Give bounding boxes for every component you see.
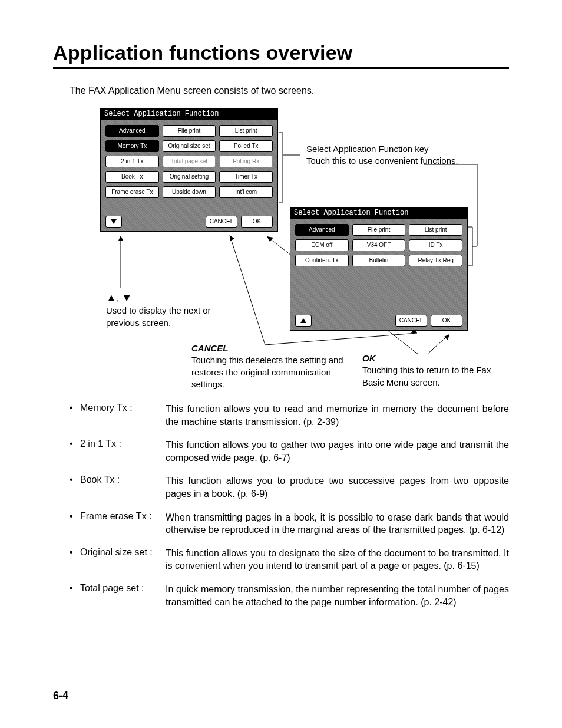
button-row: Confiden. TxBulletinRelay Tx Req [295, 255, 462, 266]
intro-text: The FAX Application Menu screen consists… [70, 85, 509, 96]
bullet-dot: • [70, 439, 80, 464]
bullet-dot: • [70, 403, 80, 428]
function-button[interactable]: Timer Tx [219, 171, 273, 183]
down-arrow-icon: ▼ [121, 292, 132, 304]
callout-ok-text: Touching this to return to the Fax Basic… [362, 365, 491, 387]
panel-1-grid: AdvancedFile printList printMemory TxOri… [105, 125, 273, 198]
function-button[interactable]: Polling Rx [219, 156, 273, 167]
callout-cancel-label: CANCEL [191, 343, 229, 353]
bullet-item: •Original size set :This function allows… [70, 547, 509, 572]
ok-button[interactable]: OK [241, 216, 273, 228]
callout-prev-next-text: Used to display the next or previous scr… [106, 305, 211, 327]
callout-comma: , [117, 293, 119, 303]
function-button[interactable]: ECM off [295, 239, 349, 251]
callout-ok: OK Touching this to return to the Fax Ba… [362, 353, 498, 388]
bullet-dot: • [70, 511, 80, 536]
bullet-item: •Total page set :In quick memory transmi… [70, 583, 509, 608]
bullet-dot: • [70, 475, 80, 500]
bullet-item: •Book Tx :This function allows you to pr… [70, 475, 509, 500]
bullet-term: Memory Tx : [80, 403, 166, 428]
panel-1-footer: CANCEL OK [105, 216, 273, 228]
bullet-item: •Memory Tx :This function allows you to … [70, 403, 509, 428]
function-button[interactable]: List print [219, 125, 273, 137]
bullet-desc: This function allows you to gather two p… [166, 439, 509, 464]
function-button[interactable]: ID Tx [409, 239, 462, 251]
callout-select-key-line1: Select Application Function key [306, 144, 429, 154]
chevron-down-icon [110, 218, 118, 225]
title-rule [53, 67, 509, 69]
page-title: Application functions overview [53, 41, 509, 64]
callout-prev-next: ▲, ▼ Used to display the next or previou… [106, 291, 236, 329]
bullet-term: 2 in 1 Tx : [80, 439, 166, 464]
bullet-dot: • [70, 547, 80, 572]
bullet-desc: This function allows you to produce two … [166, 475, 509, 500]
function-button[interactable]: Int'l com [219, 186, 273, 198]
panel-screen-1: Select Application Function AdvancedFile… [100, 108, 278, 232]
panel-2-footer: CANCEL OK [295, 315, 462, 327]
ok-button[interactable]: OK [431, 315, 462, 327]
button-row: Book TxOriginal settingTimer Tx [105, 171, 273, 183]
bullet-term: Total page set : [80, 583, 166, 608]
up-arrow-button[interactable] [295, 315, 312, 327]
bullet-desc: This function allows you to designate th… [166, 547, 509, 572]
cancel-button[interactable]: CANCEL [206, 216, 237, 228]
function-button[interactable]: File print [163, 125, 216, 137]
function-button[interactable]: Original setting [163, 171, 216, 183]
bullet-desc: This function allows you to read and mem… [166, 403, 509, 428]
panel-1-title: Select Application Function [101, 108, 277, 120]
function-button[interactable]: Original size set [163, 140, 216, 152]
function-button[interactable]: Advanced [105, 125, 159, 137]
cancel-button[interactable]: CANCEL [395, 315, 427, 327]
diagram: Select Application Function AdvancedFile… [100, 108, 548, 397]
function-button[interactable]: Book Tx [105, 171, 159, 183]
bullet-term: Book Tx : [80, 475, 166, 500]
button-row: AdvancedFile printList print [295, 224, 462, 236]
function-button[interactable]: Bulletin [352, 255, 406, 266]
function-button[interactable]: Memory Tx [105, 140, 159, 152]
callout-select-key: Select Application Function key Touch th… [306, 143, 483, 167]
button-row: AdvancedFile printList print [105, 125, 273, 137]
function-button[interactable]: Frame erase Tx [105, 186, 159, 198]
button-row: ECM offV34 OFFID Tx [295, 239, 462, 251]
panel-screen-2: Select Application Function AdvancedFile… [290, 207, 468, 331]
function-button[interactable]: Relay Tx Req [409, 255, 462, 266]
function-button[interactable]: Polled Tx [219, 140, 273, 152]
function-button[interactable]: 2 in 1 Tx [105, 156, 159, 167]
bullet-item: •2 in 1 Tx :This function allows you to … [70, 439, 509, 464]
bullet-dot: • [70, 583, 80, 608]
button-row: Frame erase TxUpside downInt'l com [105, 186, 273, 198]
bullet-term: Original size set : [80, 547, 166, 572]
callout-ok-label: OK [362, 353, 376, 363]
function-button[interactable]: File print [352, 224, 406, 236]
callout-select-key-line2: Touch this to use convenient functions. [306, 156, 458, 166]
up-arrow-icon: ▲ [106, 292, 117, 304]
button-row: Memory TxOriginal size setPolled Tx [105, 140, 273, 152]
function-button[interactable]: Upside down [163, 186, 216, 198]
function-button[interactable]: Total page set [163, 156, 216, 167]
function-button[interactable]: V34 OFF [352, 239, 406, 251]
manual-page: Application functions overview The FAX A… [0, 0, 562, 728]
function-button[interactable]: Advanced [295, 224, 349, 236]
panel-2-title: Select Application Function [290, 207, 467, 219]
function-button[interactable]: Confiden. Tx [295, 255, 349, 266]
callout-cancel-text: Touching this deselects the setting and … [191, 355, 343, 389]
bullet-term: Frame erase Tx : [80, 511, 166, 536]
page-number: 6-4 [53, 690, 68, 702]
chevron-up-icon [299, 317, 308, 324]
bullet-list: •Memory Tx :This function allows you to … [70, 403, 509, 608]
bullet-desc: In quick memory transmission, the number… [166, 583, 509, 608]
bullet-item: •Frame erase Tx :When transmitting pages… [70, 511, 509, 536]
panel-2-grid: AdvancedFile printList printECM offV34 O… [295, 224, 462, 266]
callout-cancel: CANCEL Touching this deselects the setti… [191, 342, 359, 390]
down-arrow-button[interactable] [105, 216, 122, 228]
bullet-desc: When transmitting pages in a book, it is… [166, 511, 509, 536]
function-button[interactable]: List print [409, 224, 462, 236]
button-row: 2 in 1 TxTotal page setPolling Rx [105, 156, 273, 167]
